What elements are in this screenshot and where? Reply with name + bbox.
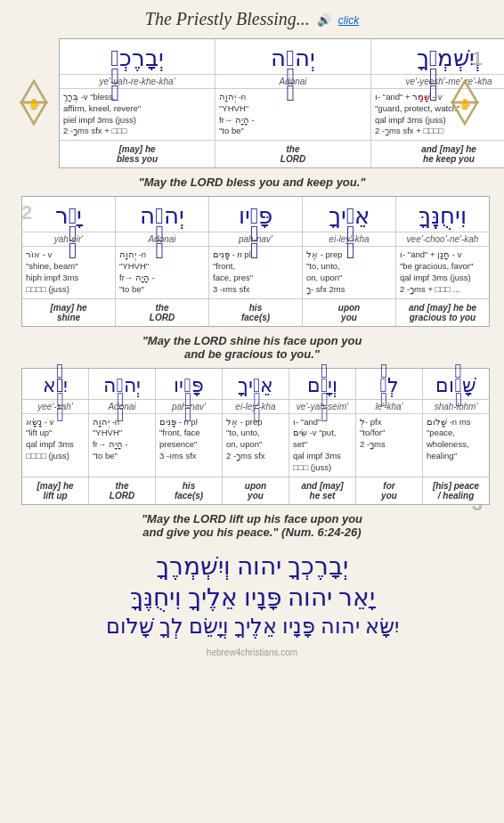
hebrew-cell-1-3: וְיִשְׁמְרֶ֑ךָ <box>370 39 504 74</box>
quote-2: "May the LORD shine his face upon youand… <box>18 334 486 361</box>
trans-3-3: hisface(s) <box>155 477 222 504</box>
grammar-1-1: בְּרַךְ -v "bless,affirm, kneel, revere"… <box>60 89 215 140</box>
trans-3-2: theLORD <box>88 477 155 504</box>
blessing-2-hebrew-row: וִיחֻנֶּֽךָּ אֵלֶ֑יךָ פָּנָ֖יו יְהוָ֛ה י… <box>22 197 489 232</box>
translit-3-4: ei-ley'-kha <box>222 400 289 413</box>
section-1-number: 1 <box>472 47 483 70</box>
translit-3-5: ve'-yah-seim' <box>289 400 355 413</box>
hebrew-cell-2-5: וִיחֻנֶּֽךָּ <box>395 197 489 232</box>
hebrew-cell-2-3: פָּנָ֖יו <box>208 197 302 232</box>
trans-1-2: theLORD <box>215 141 370 167</box>
page-title: The Priestly Blessing... <box>145 9 310 29</box>
trans-3-6: foryou <box>355 477 422 504</box>
svg-text:✋: ✋ <box>28 97 41 110</box>
bottom-hebrew-line-1: יְבָרֶכְךָ יהוה וְיִשְׁמְרֶךָ <box>18 551 486 581</box>
click-link[interactable]: click <box>338 14 359 27</box>
quote-3: "May the LORD lift up his face upon youa… <box>18 512 486 539</box>
grammar-2-5: ו- "and" + חָנַן - v"be gracious, favor"… <box>395 247 489 297</box>
bottom-hebrew-line-2: יָאֵר יהוה פָּנָיו אֵלֶיךָ וִיחֻנֶּךָּ <box>18 583 486 612</box>
blessing-2-table: וִיחֻנֶּֽךָּ אֵלֶ֑יךָ פָּנָ֖יו יְהוָ֛ה י… <box>21 196 490 326</box>
translit-3-1: yee'-sah' <box>22 400 88 413</box>
trans-2-2: theLORD <box>115 299 208 326</box>
blessing-3-section: שָׁלֹ֖ום לְךָ֔ וְיָשֵׂ֥ם אֵלֶ֑יךָ פָּנָ֖… <box>18 368 486 505</box>
blessing-1-translit-row: ve'-yeesh'-me'-re'-kha Adonai ye'-vah-re… <box>60 75 504 89</box>
hebrew-cell-3-5: וְיָשֵׂ֥ם <box>289 369 355 399</box>
trans-3-4: uponyou <box>222 477 289 504</box>
translit-2-5: vee'-choo'-ne'-kah <box>395 232 489 246</box>
grammar-3-5: ו- "and"שִׂים -v "put, set"qal impf 3ms□… <box>289 414 355 477</box>
blessing-3-hebrew-row: שָׁלֹ֖ום לְךָ֔ וְיָשֵׂ֥ם אֵלֶ֑יךָ פָּנָ֖… <box>22 369 489 400</box>
blessing-1-trans-row: and [may] hehe keep you theLORD [may] he… <box>60 141 504 167</box>
hebrew-cell-2-1: יָאֵ֥ר <box>22 197 115 232</box>
translit-2-2: Adonai <box>115 232 208 246</box>
hebrew-cell-3-3: פָּנָ֖יו <box>155 369 222 399</box>
trans-3-1: [may] helift up <box>22 477 88 504</box>
svg-text:✋: ✋ <box>459 97 472 110</box>
blessing-3-table: שָׁלֹ֖ום לְךָ֔ וְיָשֵׂ֥ם אֵלֶ֑יךָ פָּנָ֖… <box>21 368 490 505</box>
grammar-3-6: לְ- pfx"to/for"ךָ- 2ms <box>355 414 422 477</box>
blessing-1-section: ✋ וְיִשְׁמְרֶ֑ךָ יְהוָ֖ה יְבָרֶכְךָ֥ ve'… <box>18 38 486 168</box>
blessing-2-section: וִיחֻנֶּֽךָּ אֵלֶ֑יךָ פָּנָ֖יו יְהוָ֛ה י… <box>18 196 486 326</box>
translit-2-1: yah-eir' <box>22 232 115 246</box>
trans-2-3: hisface(s) <box>208 299 302 326</box>
title-row: The Priestly Blessing... 🔊 click <box>18 9 486 31</box>
hebrew-cell-2-2: יְהוָ֛ה <box>115 197 208 232</box>
bottom-hebrew-block: יְבָרֶכְךָ יהוה וְיִשְׁמְרֶךָ יָאֵר יהוה… <box>18 551 486 639</box>
trans-1-1: [may] hebless you <box>60 141 215 167</box>
blessing-3-grammar-row: שָׁלֹום -n ms"peace,wholeness,healing" ל… <box>22 414 489 477</box>
star-of-david-left-1: ✋ <box>12 77 55 129</box>
blessing-1-hebrew-row: וְיִשְׁמְרֶ֑ךָ יְהוָ֖ה יְבָרֶכְךָ֥ <box>60 39 504 75</box>
hebrew-cell-2-4: אֵלֶ֑יךָ <box>302 197 395 232</box>
translit-1-2: Adonai <box>215 75 370 88</box>
grammar-3-2: יְהוָה -n"YHVH"fr→ הָיָה -"to be" <box>88 414 155 477</box>
grammar-3-4: אֶל - prep"to, unto,on, upon"ךָ- 2ms sfx <box>222 414 289 477</box>
grammar-2-3: פָּנִים - n pl"front,face, pres"ו- 3ms s… <box>208 247 302 297</box>
hebrew-cell-3-2: יְהוָ֛ה <box>88 369 155 399</box>
hebrew-cell-3-4: אֵלֶ֑יךָ <box>222 369 289 399</box>
grammar-3-1: נָשָׂא - v"lift up"qal impf 3ms□□□□ (jus… <box>22 414 88 477</box>
blessing-2-grammar-row: ו- "and" + חָנַן - v"be gracious, favor"… <box>22 247 489 298</box>
trans-2-5: and [may] he begracious to you <box>395 299 489 326</box>
footer: hebrew4christians.com <box>18 648 486 657</box>
grammar-3-7: שָׁלֹום -n ms"peace,wholeness,healing" <box>422 414 489 477</box>
translit-3-6: le'-kha' <box>355 400 422 413</box>
grammar-3-3: פָּנִים - n pl"front, facepresence"ו- 3m… <box>155 414 222 477</box>
blessing-3-trans-row: [his] peace/ healing foryou and [may]he … <box>22 477 489 504</box>
grammar-2-1: אוֹר - v"shine, beam"hiph impf 3ms□□□□ (… <box>22 247 115 297</box>
blessing-2-translit-row: vee'-choo'-ne'-kah ei-ley'-kha pah-nav' … <box>22 232 489 247</box>
blessing-2-trans-row: and [may] he begracious to you uponyou h… <box>22 299 489 326</box>
star-of-david-right-1: ✋ <box>443 77 486 129</box>
hebrew-cell-3-1: יִשָּׂ֥א <box>22 369 88 399</box>
translit-2-4: ei-ley'-kha <box>302 232 395 246</box>
trans-1-3: and [may] hehe keep you <box>370 141 504 167</box>
bottom-hebrew-line-3: יִשָּׂא יהוה פָּנָיו אֵלֶיךָ וְיָשֵׂם לְ… <box>18 614 486 639</box>
grammar-2-2: יְהוָה -n"YHVH"fr→ הָיָה -"to be" <box>115 247 208 297</box>
trans-3-7: [his] peace/ healing <box>422 477 489 504</box>
trans-2-1: [may] heshine <box>22 299 115 326</box>
hebrew-cell-3-7: שָׁלֹ֖ום <box>422 369 489 399</box>
blessing-1-table: וְיִשְׁמְרֶ֑ךָ יְהוָ֖ה יְבָרֶכְךָ֥ ve'-y… <box>59 38 504 168</box>
grammar-2-4: אֶל - prep"to, unto,on, upon"ךָ- sfx 2ms <box>302 247 395 297</box>
hebrew-cell-3-6: לְךָ֔ <box>355 369 422 399</box>
hebrew-cell-1-2: יְהוָ֖ה <box>215 39 370 74</box>
trans-2-4: uponyou <box>302 299 395 326</box>
trans-3-5: and [may]he set <box>289 477 355 504</box>
translit-3-7: shah-lohm' <box>422 400 489 413</box>
blessing-3-translit-row: shah-lohm' le'-kha' ve'-yah-seim' ei-ley… <box>22 400 489 414</box>
page: The Priestly Blessing... 🔊 click ✋ וְיִש… <box>0 0 504 671</box>
quote-1: "May the LORD bless you and keep you." <box>18 175 486 189</box>
translit-3-2: Adonai <box>88 400 155 413</box>
hebrew-cell-1-1: יְבָרֶכְךָ֥ <box>60 39 215 74</box>
grammar-1-2: יְהוָה -n"YHVH"fr→ הָיָה -"to be" <box>215 89 370 140</box>
blessing-1-grammar-row: ו- "and" + שָׁמַר - v "guard, protect, w… <box>60 89 504 141</box>
translit-3-3: pah-nav' <box>155 400 222 413</box>
audio-icon[interactable]: 🔊 <box>317 13 331 27</box>
section-2-number: 2 <box>21 201 32 224</box>
translit-2-3: pah-nav' <box>208 232 302 246</box>
translit-1-1: ye'-vah-re-khe-kha' <box>60 75 215 88</box>
